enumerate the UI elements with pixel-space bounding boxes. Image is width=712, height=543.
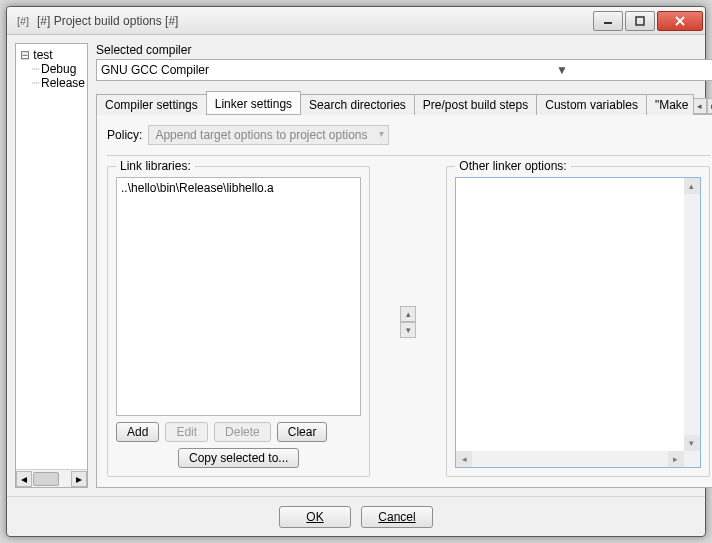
window-controls [591,11,703,31]
policy-row: Policy: Append target options to project… [107,125,710,145]
edit-button: Edit [165,422,208,442]
other-linker-label: Other linker options: [455,159,570,173]
tab-pre-post-build-steps[interactable]: Pre/post build steps [414,94,537,115]
tab-content-linker-settings: Policy: Append target options to project… [96,115,712,488]
other-linker-group: Other linker options: ▴ ▾ ◂ [446,166,709,477]
dialog-project-build-options: [#] [#] Project build options [#] test D… [6,6,706,537]
tabs-nav: ◂ ▸ [693,98,712,114]
tree-hscrollbar[interactable]: ◂ ▸ [16,469,87,487]
svg-rect-1 [636,17,644,25]
link-libraries-label: Link libraries: [116,159,195,173]
scroll-left-icon[interactable]: ◂ [456,451,472,467]
textarea-vscrollbar[interactable]: ▴ ▾ [684,178,700,451]
copy-selected-button[interactable]: Copy selected to... [178,448,299,468]
tab-search-directories[interactable]: Search directories [300,94,415,115]
targets-tree-panel: test Debug Release ◂ ▸ [15,43,88,488]
scroll-right-icon[interactable]: ▸ [71,471,87,487]
link-libraries-group: Link libraries: ..\hello\bin\Release\lib… [107,166,370,477]
other-linker-textarea[interactable]: ▴ ▾ ◂ ▸ [455,177,700,468]
link-libraries-buttons: Add Edit Delete Clear [116,422,361,442]
titlebar: [#] [#] Project build options [#] [7,7,705,35]
chevron-down-icon: ▼ [408,63,712,77]
tree-item-release[interactable]: Release [18,76,85,90]
scroll-up-icon[interactable]: ▴ [684,178,700,194]
selected-compiler-label: Selected compiler [96,43,712,57]
policy-value: Append target options to project options [155,128,367,142]
textarea-hscrollbar[interactable]: ◂ ▸ [456,451,683,467]
link-libraries-list[interactable]: ..\hello\bin\Release\libhello.a [116,177,361,416]
dialog-body: test Debug Release ◂ ▸ Selected compiler… [7,35,705,496]
link-libraries-column: Link libraries: ..\hello\bin\Release\lib… [107,166,370,477]
linker-columns: Link libraries: ..\hello\bin\Release\lib… [107,166,710,477]
close-button[interactable] [657,11,703,31]
tree-item-debug[interactable]: Debug [18,62,85,76]
ok-button[interactable]: OK [279,506,351,528]
clear-button[interactable]: Clear [277,422,328,442]
targets-tree[interactable]: test Debug Release [16,44,87,469]
tab-linker-settings[interactable]: Linker settings [206,91,301,114]
cancel-button[interactable]: Cancel [361,506,433,528]
add-button[interactable]: Add [116,422,159,442]
tree-item-root[interactable]: test [18,48,85,62]
policy-combo: Append target options to project options [148,125,388,145]
reorder-spinner: ▴ ▾ [400,166,416,477]
tab-compiler-settings[interactable]: Compiler settings [96,94,207,115]
maximize-button[interactable] [625,11,655,31]
delete-button: Delete [214,422,271,442]
tab-custom-variables[interactable]: Custom variables [536,94,647,115]
tab-make[interactable]: "Make [646,94,694,115]
selected-compiler-value: GNU GCC Compiler [101,63,408,77]
selected-compiler-combo[interactable]: GNU GCC Compiler ▼ [96,59,712,81]
scroll-left-icon[interactable]: ◂ [16,471,32,487]
tab-scroll-left-icon[interactable]: ◂ [693,98,707,114]
app-icon: [#] [15,13,31,29]
right-panel: Selected compiler GNU GCC Compiler ▼ Com… [96,43,712,488]
scrollbar-corner [684,451,700,467]
scroll-right-icon[interactable]: ▸ [668,451,684,467]
window-title: [#] Project build options [#] [37,14,591,28]
scroll-thumb[interactable] [33,472,59,486]
tabs: Compiler settings Linker settings Search… [96,91,712,115]
other-linker-column: Other linker options: ▴ ▾ ◂ [446,166,709,477]
tab-scroll-right-icon[interactable]: ▸ [707,98,712,114]
list-item[interactable]: ..\hello\bin\Release\libhello.a [119,180,358,196]
move-down-button[interactable]: ▾ [400,322,416,338]
dialog-footer: OK Cancel [7,496,705,536]
policy-label: Policy: [107,128,142,142]
scroll-down-icon[interactable]: ▾ [684,435,700,451]
move-up-button[interactable]: ▴ [400,306,416,322]
divider [107,155,710,156]
minimize-button[interactable] [593,11,623,31]
